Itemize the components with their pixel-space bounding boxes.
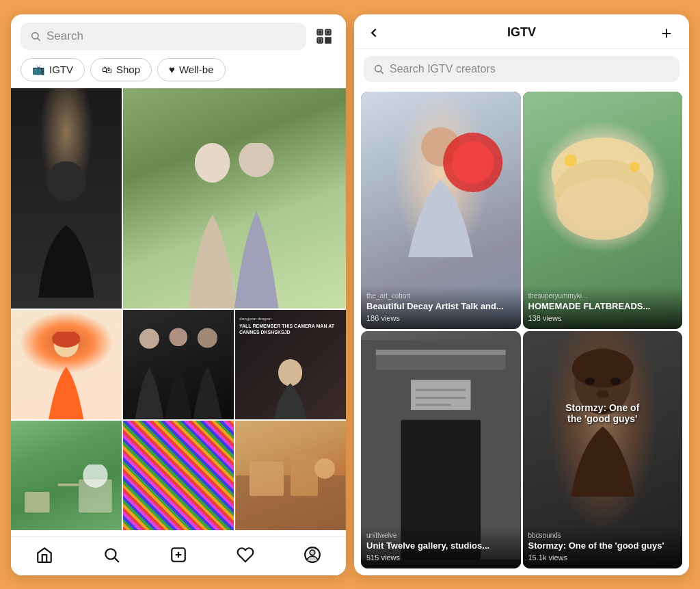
igtv-v1-title: Beautiful Decay Artist Talk and... <box>366 301 515 312</box>
igtv-video-3-overlay: unittwelve Unit Twelve gallery, studios.… <box>361 526 521 568</box>
igtv-v2-creator: thesuperyummyki... <box>528 292 677 300</box>
svg-point-58 <box>610 378 621 385</box>
igtv-search-icon <box>373 64 384 75</box>
svg-rect-6 <box>327 31 329 33</box>
shop-tag-icon: 🛍 <box>102 64 112 75</box>
svg-point-13 <box>195 143 230 183</box>
svg-point-20 <box>278 359 302 387</box>
igtv-video-2-overlay: thesuperyummyki... HOMEMADE FLATBREADS..… <box>523 287 683 329</box>
igtv-search-area: Search IGTV creators <box>354 49 689 89</box>
svg-point-41 <box>451 141 494 183</box>
tags-row: 📺 IGTV 🛍 Shop ♥ Well-be <box>11 55 346 88</box>
igtv-tag-label: IGTV <box>49 64 73 75</box>
svg-point-44 <box>556 179 648 240</box>
igtv-video-4-overlay: bbcsounds Stormzy: One of the 'good guys… <box>523 526 683 568</box>
svg-point-28 <box>314 458 335 479</box>
svg-point-45 <box>564 155 577 168</box>
shop-tag-label: Shop <box>116 64 140 75</box>
igtv-v4-creator: bbcsounds <box>528 532 677 539</box>
igtv-v3-views: 515 views <box>366 553 515 562</box>
search-icon <box>30 31 41 42</box>
igtv-search-bar[interactable]: Search IGTV creators <box>364 56 679 82</box>
svg-rect-21 <box>25 492 49 512</box>
tag-igtv[interactable]: 📺 IGTV <box>21 58 85 81</box>
add-button[interactable]: + <box>656 24 677 42</box>
svg-point-56 <box>571 349 633 387</box>
igtv-top-bar: IGTV + <box>354 14 689 49</box>
svg-point-59 <box>596 390 609 397</box>
nav-add[interactable] <box>169 545 188 564</box>
grid-item-3[interactable] <box>11 310 122 419</box>
grid-item-6[interactable] <box>11 421 122 530</box>
search-placeholder-text: Search <box>46 29 83 43</box>
svg-point-0 <box>32 32 38 38</box>
svg-point-17 <box>139 328 159 348</box>
svg-point-57 <box>584 378 595 385</box>
wellbeing-tag-label: Well-be <box>179 64 214 75</box>
svg-rect-11 <box>325 40 331 42</box>
svg-rect-10 <box>329 38 331 40</box>
grid-item-1[interactable] <box>11 88 122 309</box>
svg-rect-27 <box>291 455 318 496</box>
igtv-title: IGTV <box>507 25 536 40</box>
igtv-v1-views: 186 views <box>366 314 515 322</box>
explore-grid: dungeon dragon YALL REMEMBER THIS CAMERA… <box>11 88 346 536</box>
svg-rect-26 <box>250 462 284 496</box>
igtv-v2-title: HOMEMADE FLATBREADS... <box>528 301 677 312</box>
svg-rect-22 <box>58 483 79 486</box>
nav-search[interactable] <box>102 545 121 564</box>
svg-line-30 <box>115 558 119 562</box>
svg-rect-7 <box>319 39 321 41</box>
igtv-search-placeholder: Search IGTV creators <box>390 63 496 75</box>
grid-item-4[interactable] <box>123 310 234 419</box>
igtv-video-grid: the_art_cohort Beautiful Decay Artist Ta… <box>354 89 689 575</box>
igtv-video-1[interactable]: the_art_cohort Beautiful Decay Artist Ta… <box>361 92 521 329</box>
grid-item-7[interactable] <box>123 421 234 530</box>
svg-point-12 <box>46 161 86 201</box>
igtv-video-2[interactable]: thesuperyummyki... HOMEMADE FLATBREADS..… <box>523 92 683 329</box>
nav-profile[interactable] <box>303 545 322 564</box>
grid-item-5[interactable]: dungeon dragon YALL REMEMBER THIS CAMERA… <box>235 310 346 419</box>
right-phone: IGTV + Search IGTV creators <box>354 14 689 575</box>
nav-home[interactable] <box>35 545 54 564</box>
tag-shop[interactable]: 🛍 Shop <box>90 58 152 81</box>
nav-heart[interactable] <box>236 545 255 564</box>
svg-line-1 <box>38 38 40 41</box>
svg-rect-5 <box>319 31 321 33</box>
svg-rect-49 <box>376 350 506 354</box>
svg-rect-9 <box>325 38 327 40</box>
igtv-v3-creator: unittwelve <box>366 532 515 539</box>
svg-point-35 <box>310 549 315 555</box>
igtv-v4-title: Stormzy: One of the 'good guys' <box>528 540 677 551</box>
svg-point-29 <box>105 549 116 559</box>
svg-point-14 <box>239 143 274 177</box>
left-phone: Search 📺 IG <box>11 14 346 575</box>
search-bar[interactable]: Search <box>21 23 306 50</box>
svg-line-37 <box>381 71 383 74</box>
grid-item-8[interactable] <box>235 421 346 530</box>
svg-point-46 <box>629 162 639 172</box>
qr-code-icon[interactable] <box>312 24 336 49</box>
igtv-v4-views: 15.1k views <box>528 553 677 562</box>
igtv-v2-views: 138 views <box>528 314 677 322</box>
phones-container: Search 📺 IG <box>0 1 700 589</box>
tag-wellbeing[interactable]: ♥ Well-be <box>157 58 225 81</box>
igtv-video-3[interactable]: unittwelve Unit Twelve gallery, studios.… <box>361 331 521 568</box>
igtv-video-4[interactable]: Stormzy: One ofthe 'good guys' bbcsounds… <box>523 331 683 568</box>
igtv-video-1-overlay: the_art_cohort Beautiful Decay Artist Ta… <box>361 287 521 329</box>
meme-text: dungeon dragon YALL REMEMBER THIS CAMERA… <box>239 317 342 336</box>
stormzy-overlay-text: Stormzy: One ofthe 'good guys' <box>523 402 683 426</box>
bottom-nav <box>11 536 346 575</box>
grid-item-2[interactable] <box>123 88 346 309</box>
back-button[interactable] <box>366 25 387 40</box>
igtv-tag-icon: 📺 <box>32 64 45 76</box>
igtv-v3-title: Unit Twelve gallery, studios... <box>366 540 515 551</box>
wellbeing-tag-icon: ♥ <box>169 64 175 75</box>
svg-point-19 <box>198 328 217 348</box>
svg-point-36 <box>375 65 381 71</box>
svg-point-18 <box>170 328 188 346</box>
igtv-v1-creator: the_art_cohort <box>366 292 515 300</box>
search-bar-area: Search <box>11 14 346 55</box>
